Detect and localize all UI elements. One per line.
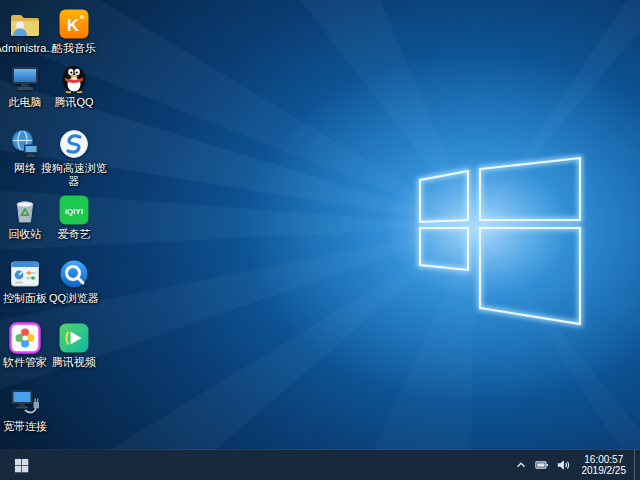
desktop-icon-label: 软件管家 [3,356,47,369]
broadband-connection-icon [9,386,41,418]
desktop-icon-label: 控制面板 [3,292,47,305]
clock-date: 2019/2/25 [582,465,627,476]
desktop-icon-broadband-connection[interactable]: 宽带连接 [0,386,57,433]
desktop-icon-label: 宽带连接 [3,420,47,433]
this-pc-icon [9,62,41,94]
taskbar-clock[interactable]: 16:00:57 2019/2/25 [574,450,635,480]
kuwo-logo-letter: K [67,16,80,35]
desktop[interactable]: Administra... 此电脑 网络 [0,0,640,480]
desktop-icon-label: 腾讯视频 [52,356,96,369]
recycle-bin-icon [9,194,41,226]
start-button[interactable] [0,450,42,480]
battery-icon[interactable] [532,450,553,480]
network-icon [9,128,41,160]
hidden-icons-chevron-icon[interactable] [511,450,532,480]
windows-logo-icon [14,458,29,473]
user-files-icon [9,8,41,40]
iqiyi-logo-text: iQIYI [65,207,83,216]
desktop-icon-label: 此电脑 [9,96,42,109]
desktop-icon-tencent-qq[interactable]: 腾讯QQ [42,62,106,109]
show-desktop-button[interactable] [634,450,640,480]
iqiyi-icon: iQIYI [58,194,90,226]
desktop-icon-label: 腾讯QQ [54,96,93,109]
desktop-icon-qq-browser[interactable]: QQ浏览器 [42,258,106,305]
system-tray[interactable]: 16:00:57 2019/2/25 [511,450,640,480]
clock-time: 16:00:57 [582,454,627,465]
desktop-icon-label: 回收站 [9,228,42,241]
software-manager-icon [9,322,41,354]
desktop-icon-label: QQ浏览器 [49,292,99,305]
tencent-video-icon [58,322,90,354]
kuwo-music-icon: K [58,8,90,40]
control-panel-icon [9,258,41,290]
desktop-icon-label: 网络 [14,162,36,175]
desktop-icon-iqiyi[interactable]: iQIYI 爱奇艺 [42,194,106,241]
desktop-icon-label: 爱奇艺 [58,228,91,241]
sogou-browser-icon [58,128,90,160]
desktop-icon-label: 搜狗高速浏览器 [41,162,107,188]
taskbar[interactable]: 16:00:57 2019/2/25 [0,450,640,480]
qq-browser-icon [58,258,90,290]
desktop-icon-label: 酷我音乐 [52,42,96,55]
volume-icon[interactable] [553,450,574,480]
tencent-qq-icon [58,62,90,94]
desktop-icon-sogou-browser[interactable]: 搜狗高速浏览器 [40,128,108,188]
desktop-icon-tencent-video[interactable]: 腾讯视频 [42,322,106,369]
desktop-icon-kuwo-music[interactable]: K 酷我音乐 [42,8,106,55]
